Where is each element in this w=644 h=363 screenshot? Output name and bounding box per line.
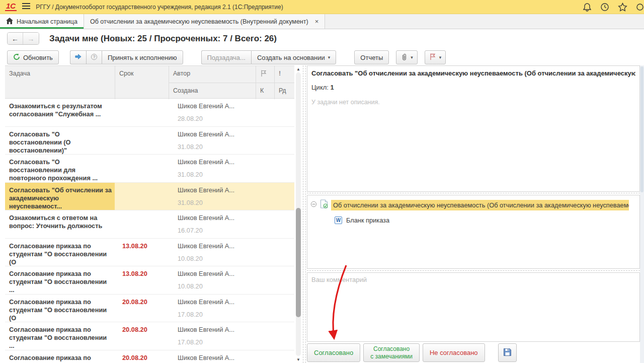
column-header-due[interactable]: Срок [115,66,169,99]
app-title: РГГУ / Документооборот государственного … [36,4,283,11]
tab-home-label: Начальная страница [17,18,77,25]
task-details-title: Согласовать "Об отчислении за академичес… [311,69,635,77]
titlebar: 1С РГГУ / Документооборот государственно… [0,0,644,14]
task-cell: Согласование приказа по студентам "О вос… [5,266,115,294]
author-name: Шиков Евгений А... [178,354,261,361]
task-cell: Согласование приказа по студентам "О вос… [5,322,115,350]
task-row[interactable]: Ознакомиться с результатом согласования … [5,99,294,127]
attachment-file-link[interactable]: Бланк приказа [346,216,389,224]
tab-document[interactable]: Об отчислении за академическую неуспевае… [84,14,325,29]
author-cell: Шиков Евгений А... 17.08.20 [174,295,261,318]
scrollbar-thumb[interactable] [296,208,301,317]
approve-button[interactable]: Согласовано [307,343,360,362]
created-date: 17.08.20 [178,311,261,318]
attachment-document-link[interactable]: Об отчислении за академическую неуспевае… [331,200,629,210]
created-date: 28.08.20 [178,115,261,122]
task-details-section: Согласовать "Об отчислении за академичес… [307,65,640,192]
chevron-down-icon: ▾ [439,55,442,60]
created-date: 31.08.20 [178,171,261,178]
author-name: Шиков Евгений А... [178,326,261,333]
accept-for-execution-button[interactable]: Принять к исполнению [102,50,183,64]
history-icon[interactable] [600,3,609,12]
due-cell: 20.08.20 [120,350,174,361]
author-cell: Шиков Евгений А... 28.08.20 [174,99,261,122]
1c-logo-icon: 1С [5,3,17,11]
task-row[interactable]: Согласование приказа по студентам "О вос… [5,322,294,350]
attachments-dropdown-button[interactable]: ▾ [396,50,418,64]
created-date: 31.08.20 [178,199,261,206]
save-button[interactable] [498,343,517,362]
due-cell: 13.08.20 [120,239,174,250]
nav-forward-button[interactable]: → [23,33,39,44]
favorites-star-icon[interactable] [618,3,627,12]
reject-button[interactable]: Не согласовано [423,343,485,362]
created-date: 17.08.20 [178,338,261,346]
task-row[interactable]: Согласование приказа по студентам "О вос… [5,266,294,295]
floppy-disk-icon [503,348,512,358]
column-header-created[interactable]: Создана [169,83,256,99]
task-row[interactable]: Согласовать "О восстановлении для повтор… [5,155,294,183]
collapse-node-icon[interactable] [310,200,317,209]
author-cell: Шиков Евгений А... 10.08.20 [174,239,261,262]
comment-input[interactable] [307,273,639,341]
hamburger-menu-icon[interactable] [22,3,31,12]
flag-icon [429,53,436,62]
created-date: 31.08.20 [178,143,261,151]
task-table-header: Задача Срок Автор Создана К ! Рд [5,65,294,99]
question-button[interactable]: ? [86,50,102,64]
created-date: 16.07.20 [178,227,261,234]
task-cell: Согласование приказа по студентам "О вос… [5,239,115,266]
tab-close-icon[interactable]: × [315,18,319,25]
refresh-button[interactable]: Обновить [7,50,59,64]
approve-with-remarks-button[interactable]: Согласовано с замечаниями [363,343,420,362]
author-name: Шиков Евгений А... [178,186,261,194]
task-row[interactable]: Ознакомиться с ответом на вопрос: Уточни… [5,210,294,239]
column-header-control[interactable]: К [256,83,274,99]
scroll-down-icon[interactable]: ▼ [294,356,302,363]
flag-dropdown-button[interactable]: ▾ [425,50,446,64]
tab-home[interactable]: Начальная страница [0,14,84,29]
created-date: 10.08.20 [178,282,261,290]
task-cell: Ознакомиться с результатом согласования … [5,99,115,126]
task-cell: Согласовать "О восстановлении (О восстан… [5,127,115,155]
no-description-text: У задачи нет описания. [311,99,635,106]
comment-section [307,272,640,342]
details-scrollbar-thumb[interactable] [640,66,643,192]
attachments-section: Об отчислении за академическую неуспевае… [307,195,640,269]
question-icon: ? [91,53,98,62]
task-row[interactable]: Согласовать "Об отчислении за академичес… [5,183,294,211]
task-cell: Согласовать "О восстановлении для повтор… [5,155,115,182]
reports-button[interactable]: Отчеты [354,50,389,64]
task-row[interactable]: Согласовать "О восстановлении (О восстан… [5,127,294,155]
due-cell: 20.08.20 [120,322,174,333]
scroll-up-icon[interactable]: ▲ [294,65,302,72]
nav-back-button[interactable]: ← [8,33,23,44]
column-header-flag[interactable] [256,66,274,83]
cycle-value: 1 [331,84,334,91]
execute-arrow-button[interactable] [70,50,86,64]
due-cell: 13.08.20 [120,266,174,277]
column-header-author[interactable]: Автор [169,66,256,83]
decision-buttons: Согласовано Согласовано с замечаниями Не… [307,343,517,362]
notifications-bell-icon[interactable] [583,3,592,12]
author-cell: Шиков Евгений А... 31.08.20 [174,127,261,151]
author-cell: Шиков Евгений А... 16.07.20 [174,210,261,234]
column-header-task[interactable]: Задача [5,66,115,99]
author-cell: Шиков Евгений А... 31.08.20 [174,155,261,178]
panel-splitter[interactable] [303,65,306,363]
task-row[interactable]: Согласование приказа по студентам "О вос… [5,239,294,267]
chevron-down-icon: ▾ [411,55,413,60]
author-name: Шиков Евгений А... [178,130,261,138]
column-header-rd[interactable]: Рд [274,83,294,99]
due-cell [120,183,174,186]
document-icon [320,199,328,210]
column-header-importance[interactable]: ! [274,66,294,83]
create-based-on-button[interactable]: Создать на основании ▾ [251,50,336,64]
task-row[interactable]: Согласование приказа по студентам "О вос… [5,295,294,323]
created-date: 10.08.20 [178,255,261,262]
subtask-button[interactable]: Подзадача... [201,50,251,64]
section-splitter[interactable] [307,193,640,193]
search-icon[interactable] [636,3,644,12]
section-splitter[interactable] [307,270,640,271]
task-row[interactable]: Согласование приказа по 20.08.20 Шиков Е… [5,350,294,363]
